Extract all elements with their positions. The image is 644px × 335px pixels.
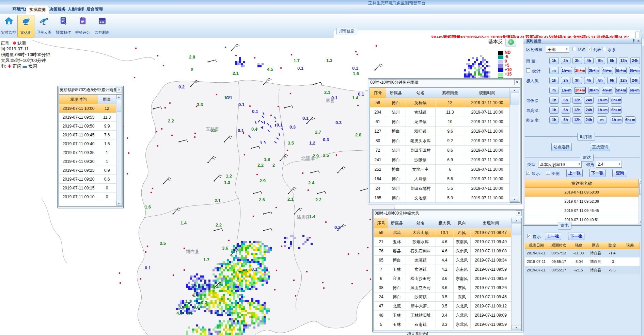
table-row[interactable]: 2019-07-11 09:401.5 [59, 139, 116, 148]
station-dot[interactable] [293, 280, 295, 281]
table-row[interactable]: 24陆川良田石埇村5.52019-07-11 10:00 [370, 184, 509, 193]
station-dot[interactable] [173, 274, 174, 276]
table-row[interactable]: 2019-07-11 09:5511.3 [59, 113, 116, 122]
table-row[interactable]: 2019-07-11 09:509.9 [59, 122, 116, 131]
station-dot[interactable] [147, 246, 148, 247]
lightning-column-header[interactable]: 观测日期 [525, 242, 548, 249]
table-row[interactable]: 58博白英桥镇122019-07-11 10:00 [370, 98, 509, 107]
stats-checkbox[interactable] [526, 68, 530, 72]
station-dot[interactable] [161, 128, 163, 130]
table-row[interactable]: 241博白沙陂镇6.92019-07-11 10:00 [370, 155, 509, 165]
column-header[interactable]: 站名 [406, 88, 436, 98]
interval-button-24h[interactable]: 24h [584, 106, 594, 114]
station-dot[interactable] [235, 55, 237, 56]
interval-button-m[interactable]: m [549, 67, 559, 74]
interval-button-24h[interactable]: 24h [584, 116, 594, 123]
checkbox-列表[interactable]: ✓ [588, 47, 592, 51]
table-row[interactable]: 2019-07-11 09:100 [59, 192, 116, 201]
station-dot[interactable] [325, 221, 327, 223]
scroll-up-icon[interactable]: ▲ [512, 218, 521, 223]
interval-button-1h[interactable]: 1h [549, 77, 559, 84]
table-row[interactable]: 204陆川古城镇11.32019-07-11 10:00 [370, 107, 509, 117]
column-header[interactable]: 序号 [370, 88, 386, 98]
station-dot[interactable] [145, 251, 147, 253]
radar-list-item[interactable]: 2019-07-11 09:40:51 [525, 215, 639, 224]
station-dot[interactable] [228, 240, 230, 241]
column-header[interactable]: 序号 [374, 218, 388, 228]
column-header[interactable]: 雨量 [98, 95, 116, 104]
elevation-select[interactable]: 2.4▼ [596, 161, 622, 168]
radar-nav-button-1[interactable]: 上一张 [566, 169, 583, 177]
station-dot[interactable] [140, 278, 142, 280]
station-dot[interactable] [287, 150, 288, 151]
table-row[interactable]: 2019-07-11 09:351 [59, 148, 116, 157]
column-header[interactable]: 所属县 [386, 88, 406, 98]
pin-icon[interactable] [632, 39, 635, 44]
table-row[interactable]: 2019-07-11 09:457.6 [59, 131, 116, 139]
station-dot[interactable] [256, 174, 258, 175]
station-dot[interactable] [253, 216, 254, 217]
checkbox-站名[interactable] [572, 47, 576, 51]
station-dot[interactable] [376, 45, 377, 47]
station-dot[interactable] [119, 272, 121, 274]
interval-button-4h[interactable]: 4h [584, 77, 594, 84]
table-row[interactable]: 252博白文地一中62019-07-11 10:00 [370, 165, 509, 174]
popup-scrollbar[interactable]: ▲▼ [511, 218, 521, 330]
station-dot[interactable] [309, 237, 311, 239]
toolbar-button-warning-doc[interactable]: 预警制作 [54, 15, 73, 37]
interval-button-6h[interactable]: 6h [607, 77, 617, 84]
interval-button-1h+m[interactable]: 1h+m [561, 87, 572, 94]
station-dot[interactable] [278, 106, 279, 107]
interval-button-6h+m[interactable]: 6h+m [629, 67, 640, 74]
radar-nav-button-3[interactable]: 查询 [612, 169, 627, 177]
station-select-button[interactable]: 站点选择 [551, 143, 572, 151]
column-header[interactable]: 站名 [406, 218, 436, 228]
station-dot[interactable] [275, 121, 277, 122]
interval-button-3h[interactable]: 3h [572, 57, 582, 64]
interval-button-5h[interactable]: 5h [596, 57, 605, 64]
station-dot[interactable] [274, 289, 276, 291]
station-dot[interactable] [194, 133, 196, 134]
table-row[interactable]: 6容县松山沙田村3.6东南风2019-07-11 09:59 [374, 274, 511, 283]
table-row[interactable]: 5玉林石南镇3.3东北风2019-07-11 09:59 [374, 320, 511, 329]
interval-button-1h[interactable]: 1h [549, 106, 559, 114]
station-dot[interactable] [276, 270, 278, 271]
interval-button-4h+m[interactable]: 4h+m [602, 87, 613, 94]
direct-query-button[interactable]: 直接查询 [590, 143, 610, 151]
interval-button-1h[interactable]: 1h [549, 57, 559, 64]
interval-button-m[interactable]: m [597, 116, 607, 123]
popup_rain5min-window[interactable]: 英桥镇(N5702)逐5分钟累计雨量×观测时间雨量2019-07-11 10:0… [57, 86, 124, 208]
table-row[interactable]: 76容县石头石剑村4.6东南风2019-07-11 08:08 [374, 247, 511, 256]
interval-button-m[interactable]: m [549, 87, 559, 94]
toolbar-button-radar[interactable]: 雷达图 [17, 15, 34, 37]
interval-button-1h+m[interactable]: 1h+m [597, 106, 609, 114]
popup-scrollbar[interactable]: ▲▼ [509, 88, 519, 202]
station-dot[interactable] [135, 48, 137, 49]
interval-button-6h[interactable]: 6h [607, 57, 617, 64]
interval-button-3h+m[interactable]: 3h+m [588, 87, 599, 94]
station-dot[interactable] [254, 57, 256, 59]
show-checkbox[interactable]: ✓ [526, 171, 530, 175]
close-icon[interactable]: × [116, 87, 122, 93]
table-row[interactable]: 65博白龙潭镇4.4东北风2019-07-11 08:34 [374, 256, 511, 265]
scroll-down-icon[interactable]: ▼ [512, 325, 521, 330]
menu-tab-2[interactable]: 实况监测 [26, 6, 49, 14]
station-dot[interactable] [302, 172, 304, 174]
station-dot[interactable] [276, 207, 277, 208]
popup_wind-window[interactable]: 08时~10时00分钟极大风×序号所属县站名极大风风向出现时间59北流大容山顶1… [372, 209, 523, 332]
interval-button-2h+m[interactable]: 2h+m [575, 67, 586, 74]
column-header[interactable]: 极大风 [436, 218, 454, 228]
interval-button-1h+m[interactable]: 1h+m [611, 116, 623, 123]
station-dot[interactable] [357, 54, 358, 55]
scroll-thumb[interactable] [512, 223, 521, 235]
interval-button-6h+m[interactable]: 6h+m [625, 116, 635, 123]
lightning-next-button[interactable]: 下一张 [568, 233, 584, 240]
station-dot[interactable] [171, 135, 173, 136]
station-dot[interactable] [290, 93, 292, 95]
interval-button-12h[interactable]: 12h [572, 106, 582, 114]
station-dot[interactable] [336, 154, 337, 156]
table-row[interactable]: 127博白双旺镇9.62019-07-11 10:00 [370, 127, 509, 136]
toolbar-button-refresh[interactable]: 监控刷新 [93, 15, 111, 37]
radar-type-select[interactable]: 基本反射率19▼ [538, 161, 582, 168]
station-dot[interactable] [151, 192, 152, 194]
